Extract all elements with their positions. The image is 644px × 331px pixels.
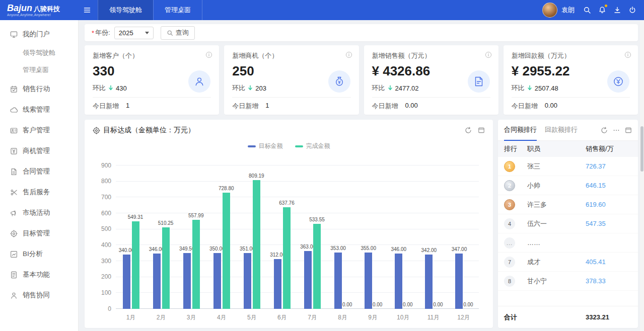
- bar-complete-m3[interactable]: 557.99: [192, 220, 200, 309]
- info-icon[interactable]: [624, 51, 631, 58]
- year-label: 年份:: [95, 28, 110, 37]
- bar-target-m12[interactable]: 347.00: [455, 254, 463, 309]
- sales-value[interactable]: 405.41: [586, 258, 632, 266]
- sidebar-item-my-portal[interactable]: 我的门户: [0, 24, 78, 44]
- sales-value[interactable]: 547.35: [586, 220, 632, 227]
- stat-card-today-row: 今日新增1: [232, 102, 350, 111]
- info-icon[interactable]: [485, 51, 492, 58]
- rank-cell: 8: [504, 276, 527, 287]
- bar-complete-m6[interactable]: 637.76: [283, 207, 291, 309]
- legend-label: 目标金额: [259, 142, 283, 150]
- bar-value-label: 347.00: [452, 246, 467, 252]
- nav-tab-leader-cockpit[interactable]: 领导驾驶舱: [98, 0, 153, 20]
- sales-value[interactable]: 646.15: [586, 182, 632, 189]
- fullscreen-icon[interactable]: [478, 127, 485, 134]
- ranking-row: 1张三726.37: [498, 157, 638, 176]
- sidebar-item-label: 售后服务: [23, 188, 50, 197]
- bar-value-label: 809.19: [249, 173, 264, 179]
- download-button[interactable]: [610, 2, 625, 18]
- sidebar-item-customers[interactable]: 客户管理: [0, 120, 78, 140]
- x-axis-label: 2月: [157, 313, 166, 322]
- sidebar-subitem-leader-cockpit[interactable]: 领导驾驶舱: [0, 44, 78, 61]
- target-icon: [93, 127, 100, 134]
- sidebar-item-after-sales[interactable]: 售后服务: [0, 182, 78, 202]
- bar-target-m6[interactable]: 312.00: [274, 259, 281, 309]
- bar-complete-m7[interactable]: 533.55: [313, 224, 321, 309]
- stat-card-new-customers: 新增客户（个）330环比430今日新增1: [85, 45, 219, 115]
- fullscreen-icon[interactable]: [625, 127, 632, 134]
- search-button[interactable]: [580, 2, 595, 18]
- employee-name: 成才: [527, 258, 586, 267]
- sidebar-item-contracts[interactable]: 合同管理: [0, 161, 78, 182]
- y-axis-label: 300: [101, 258, 111, 265]
- bar-target-m8[interactable]: 353.00: [334, 253, 342, 309]
- sidebar-item-bi-analysis[interactable]: BI分析: [0, 244, 78, 264]
- bar-target-m7[interactable]: 363.00: [304, 251, 312, 309]
- info-icon[interactable]: [205, 51, 212, 58]
- bar-complete-m4[interactable]: 728.80: [223, 193, 230, 309]
- moneybag-icon: [328, 70, 350, 93]
- more-icon[interactable]: [613, 127, 620, 134]
- sidebar-item-marketing[interactable]: 市场活动: [0, 203, 78, 223]
- ranking-tabs: 合同额排行回款额排行: [504, 120, 586, 141]
- rank-cell: 2: [504, 180, 527, 191]
- nav-tab-admin-desktop[interactable]: 管理桌面: [153, 0, 202, 20]
- arrow-down-icon: [108, 85, 113, 91]
- refresh-icon[interactable]: [465, 127, 472, 134]
- legend-item-complete[interactable]: 完成金额: [295, 142, 330, 150]
- search-icon: [583, 6, 591, 14]
- bar-complete-m1[interactable]: 549.31: [132, 221, 139, 309]
- year-select[interactable]: 2025: [114, 27, 154, 39]
- logo: Bajun 八骏科技 Anyone,Anytime,Anywhere!: [0, 4, 77, 17]
- rank-number: 7: [504, 257, 515, 268]
- sidebar-item-opportunities[interactable]: 商机管理: [0, 141, 78, 161]
- opportunity-icon: [10, 147, 18, 155]
- sales-value[interactable]: 619.60: [586, 201, 632, 208]
- logout-button[interactable]: [625, 2, 640, 18]
- info-icon[interactable]: [345, 51, 352, 58]
- x-axis-label: 1月: [126, 313, 136, 322]
- username[interactable]: 袁朗: [561, 6, 575, 15]
- y-axis-label: 900: [101, 162, 111, 169]
- legend-item-target[interactable]: 目标金额: [248, 142, 283, 150]
- main-wrap: 我的门户领导驾驶舱管理桌面销售行动线索管理客户管理商机管理合同管理售后服务市场活…: [0, 20, 644, 331]
- bar-complete-m2[interactable]: 510.25: [162, 227, 170, 309]
- sidebar-item-label: 合同管理: [23, 167, 50, 176]
- bar-target-m2[interactable]: 346.00: [153, 254, 161, 309]
- sales-value[interactable]: 726.37: [586, 162, 632, 170]
- bar-target-m11[interactable]: 342.00: [425, 255, 433, 309]
- avatar[interactable]: [542, 3, 557, 18]
- scrollbar[interactable]: [640, 21, 644, 331]
- bar-target-m4[interactable]: 350.00: [213, 253, 221, 309]
- sales-value[interactable]: 378.33: [586, 277, 632, 285]
- bar-group-m12: 347.000.00: [449, 166, 479, 309]
- sidebar-item-sales-collaboration[interactable]: 销售协同: [0, 285, 78, 305]
- bar-value-label: 557.99: [188, 213, 204, 218]
- sidebar-item-targets[interactable]: 目标管理: [0, 223, 78, 243]
- bar-value-label: 0.00: [342, 302, 352, 307]
- rank-tab-payment-ranking[interactable]: 回款额排行: [545, 120, 578, 141]
- mom-value: 430: [116, 85, 127, 92]
- scrollbar-thumb[interactable]: [640, 126, 643, 172]
- sidebar-item-leads[interactable]: 线索管理: [0, 100, 78, 120]
- bar-target-m9[interactable]: 355.00: [365, 253, 372, 309]
- sidebar-group-contracts: 合同管理: [0, 161, 78, 182]
- bar-target-m3[interactable]: 349.50: [183, 253, 191, 309]
- total-label: 合计: [504, 313, 527, 322]
- sidebar-item-sales-action[interactable]: 销售行动: [0, 79, 78, 99]
- refresh-icon[interactable]: [601, 127, 608, 134]
- hamburger-menu-button[interactable]: [77, 0, 98, 20]
- bar-complete-m5[interactable]: 809.19: [253, 180, 260, 309]
- sidebar-group-sales-action: 销售行动: [0, 79, 78, 99]
- sidebar-group-opportunities: 商机管理: [0, 141, 78, 161]
- bar-target-m5[interactable]: 351.00: [244, 253, 251, 309]
- arrow-down-icon: [388, 85, 393, 91]
- sidebar-subitem-admin-desktop[interactable]: 管理桌面: [0, 61, 78, 78]
- sidebar-item-basic-functions[interactable]: 基本功能: [0, 265, 78, 285]
- notifications-button[interactable]: [595, 2, 610, 18]
- bar-target-m1[interactable]: 340.00: [123, 255, 130, 309]
- bar-target-m10[interactable]: 346.00: [395, 254, 402, 309]
- rank-tab-contract-ranking[interactable]: 合同额排行: [504, 120, 537, 141]
- logo-cn-text: 八骏科技: [34, 6, 60, 12]
- query-button[interactable]: 查询: [161, 26, 195, 40]
